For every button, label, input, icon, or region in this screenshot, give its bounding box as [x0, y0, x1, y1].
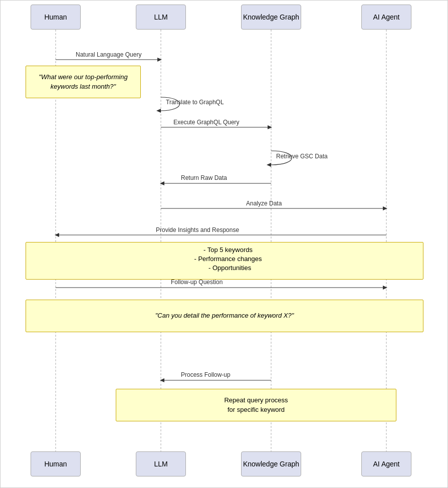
svg-text:Follow-up Question: Follow-up Question — [171, 279, 222, 286]
svg-text:Return Raw Data: Return Raw Data — [181, 174, 227, 181]
svg-text:Process Follow-up: Process Follow-up — [181, 371, 231, 378]
svg-text:Execute GraphQL Query: Execute GraphQL Query — [173, 119, 240, 126]
svg-marker-21 — [55, 233, 59, 237]
svg-marker-7 — [156, 109, 161, 113]
footer-agent: AI Agent — [361, 451, 411, 476]
svg-text:Translate to GraphQL: Translate to GraphQL — [166, 99, 224, 106]
note-followup: "Can you detail the performance of keywo… — [26, 300, 423, 332]
note-query: "What were our top-performingkeywords la… — [26, 66, 141, 98]
svg-marker-27 — [160, 378, 164, 382]
note-repeat: Repeat query processfor specific keyword — [116, 389, 396, 421]
svg-text:Analyze Data: Analyze Data — [246, 200, 282, 207]
header-human: Human — [31, 5, 81, 30]
svg-marker-18 — [383, 206, 387, 210]
header-kg: Knowledge Graph — [241, 5, 301, 30]
svg-marker-5 — [157, 58, 162, 62]
svg-text:Provide Insights and Response: Provide Insights and Response — [156, 226, 239, 233]
note-insights: - Top 5 keywords - Performance changes -… — [26, 242, 423, 280]
footer-human: Human — [31, 451, 81, 476]
footer-kg: Knowledge Graph — [241, 451, 301, 476]
footer-llm: LLM — [136, 451, 186, 476]
svg-text:Retrieve GSC Data: Retrieve GSC Data — [276, 153, 328, 160]
svg-marker-24 — [383, 286, 387, 290]
header-llm: LLM — [136, 5, 186, 30]
header-agent: AI Agent — [361, 5, 411, 30]
diagram-container: Natural Language Query Translate to Grap… — [0, 0, 448, 488]
svg-marker-12 — [267, 163, 271, 167]
svg-text:Natural Language Query: Natural Language Query — [76, 51, 141, 58]
svg-marker-15 — [160, 181, 164, 185]
svg-marker-10 — [268, 125, 272, 129]
